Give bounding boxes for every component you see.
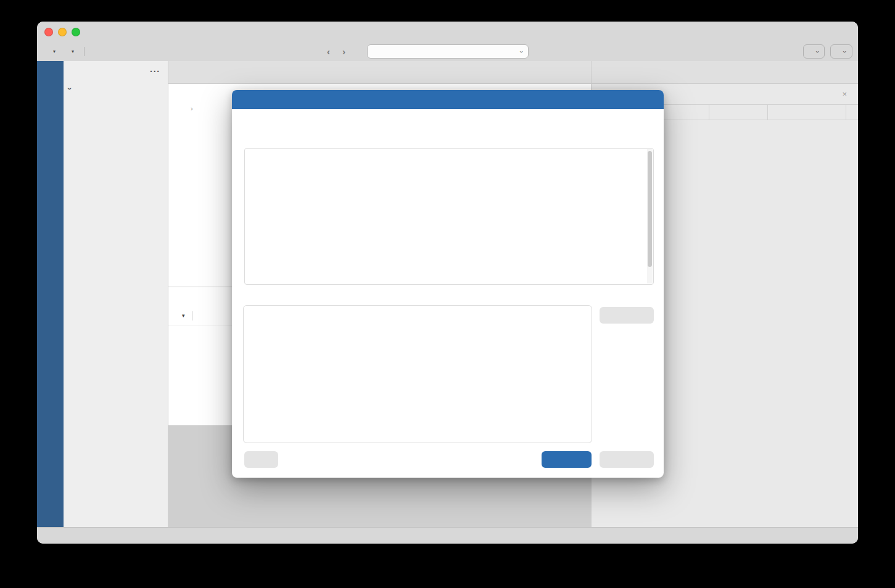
header-status <box>767 105 846 120</box>
status-bar <box>37 527 858 544</box>
chevron-down-icon: › <box>841 51 849 53</box>
toolbar-divider <box>84 47 85 56</box>
chevron-down-icon: ▾ <box>72 49 74 54</box>
form-scrollbar[interactable] <box>647 149 653 284</box>
connection-code-block <box>243 305 592 443</box>
save-all-button[interactable] <box>101 50 108 54</box>
create-connection-dialog <box>232 90 664 478</box>
workspace-selector[interactable]: › <box>830 44 852 59</box>
dialog-header <box>232 90 664 109</box>
traffic-lights <box>44 22 80 42</box>
chevron-down-icon[interactable]: › <box>518 51 526 53</box>
sidebar-header: ··· <box>64 61 168 82</box>
chevron-down-icon: › <box>814 51 821 53</box>
header-actions <box>846 105 858 120</box>
search-input[interactable]: › <box>367 44 529 59</box>
header-language <box>709 105 767 120</box>
forward-nav-button[interactable]: › <box>342 46 345 57</box>
maximize-window-button[interactable] <box>72 28 80 36</box>
copy-button[interactable] <box>600 307 654 324</box>
chevron-down-icon: ▾ <box>53 49 56 54</box>
toolbar-divider <box>192 311 192 321</box>
app-window: ▾ ▾ ‹ › › › <box>37 22 858 544</box>
connection-form <box>244 148 654 285</box>
chevron-right-icon: › <box>191 105 193 112</box>
connect-button[interactable] <box>542 451 592 468</box>
back-nav-button[interactable]: ‹ <box>327 46 330 57</box>
breadcrumb[interactable]: › <box>183 105 193 112</box>
interpreter-selector[interactable]: › <box>803 44 825 59</box>
activity-bar <box>37 61 64 527</box>
history-nav: ‹ › <box>327 46 345 57</box>
back-button[interactable] <box>244 451 278 468</box>
toolbar-left: ▾ ▾ <box>37 47 108 56</box>
toolbar-right: › › <box>803 44 852 59</box>
chevron-down-icon: ▾ <box>182 312 185 319</box>
close-window-button[interactable] <box>44 28 53 36</box>
new-button[interactable]: ▾ <box>43 47 59 56</box>
minimize-window-button[interactable] <box>58 28 67 36</box>
main-toolbar: ▾ ▾ ‹ › › › <box>37 42 858 62</box>
window-titlebar <box>37 22 858 42</box>
delete-connection-button[interactable]: × <box>842 89 851 99</box>
scrollbar-thumb[interactable] <box>648 151 652 267</box>
chevron-down-icon: › <box>65 88 74 90</box>
cancel-button[interactable] <box>600 451 654 468</box>
panel-tab-bar <box>592 61 858 84</box>
open-button[interactable]: ▾ <box>62 47 78 56</box>
save-button[interactable] <box>91 50 98 54</box>
explorer-sidebar: ··· › <box>64 61 168 527</box>
form-radio-row <box>245 149 653 158</box>
kebab-menu-icon[interactable]: ··· <box>150 67 160 76</box>
close-icon: × <box>842 89 847 99</box>
editor-tab-bar <box>168 61 591 84</box>
workspace-root-item[interactable]: › <box>64 82 168 96</box>
